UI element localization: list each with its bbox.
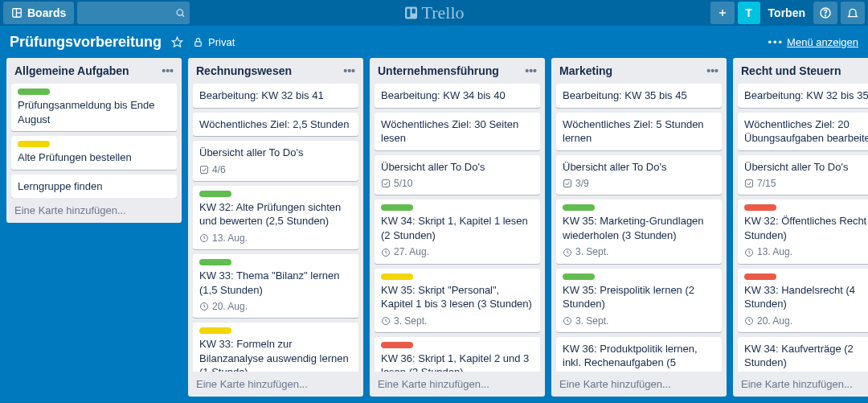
list: Allgemeine Aufgaben•••Prüfungsanmeldung …: [6, 58, 182, 223]
card[interactable]: KW 33: Formeln zur Bilanzanalyse auswend…: [193, 323, 358, 372]
card[interactable]: Wöchentliches Ziel: 20 Übungsaufgaben be…: [738, 113, 868, 150]
checklist-icon: [199, 165, 209, 175]
card[interactable]: KW 34: Kaufverträge (2 Stunden)27. Aug.: [738, 337, 868, 372]
add-card[interactable]: Eine Karte hinzufügen...: [733, 372, 868, 397]
card[interactable]: KW 35: Marketing-Grundlagen wiederholen …: [556, 199, 722, 263]
add-card[interactable]: Eine Karte hinzufügen...: [370, 372, 545, 397]
card[interactable]: Übersicht aller To Do's4/6: [193, 141, 358, 181]
card-label: [199, 327, 231, 334]
card-text: KW 36: Produktpolitik lernen, inkl. Rech…: [563, 342, 715, 372]
card[interactable]: Bearbeitung: KW 32 bis 41: [193, 84, 358, 108]
trello-logo-icon: [404, 6, 419, 20]
card[interactable]: Bearbeitung: KW 35 bis 45: [556, 84, 722, 108]
list-header[interactable]: Unternehmensführung•••: [370, 58, 545, 84]
list-header[interactable]: Rechnungswesen•••: [188, 58, 363, 84]
card-label: [18, 88, 50, 95]
board-privacy[interactable]: Privat: [193, 36, 235, 48]
notifications-button[interactable]: [841, 2, 865, 24]
star-icon[interactable]: [171, 36, 183, 48]
card-text: Lerngruppe finden: [18, 179, 170, 194]
card-text: KW 35: Marketing-Grundlagen wiederholen …: [563, 214, 715, 242]
card-text: Bearbeitung: KW 32 bis 41: [199, 88, 352, 103]
list-header[interactable]: Recht und Steuern•••: [733, 58, 868, 84]
clock-icon: [381, 248, 391, 257]
card[interactable]: Lerngruppe finden: [11, 175, 177, 199]
card[interactable]: KW 36: Skript 1, Kapitel 2 und 3 lesen (…: [375, 337, 540, 372]
avatar-initial: T: [745, 6, 752, 19]
card-text: KW 32: Alte Prüfungen sichten und bewert…: [199, 200, 352, 228]
add-card[interactable]: Eine Karte hinzufügen...: [188, 372, 363, 397]
card[interactable]: KW 32: Alte Prüfungen sichten und bewert…: [193, 186, 358, 249]
card-text: KW 36: Skript 1, Kapitel 2 und 3 lesen (…: [381, 352, 534, 372]
card[interactable]: Alte Prüfungen bestellen: [11, 136, 177, 170]
clock-icon: [199, 233, 209, 243]
card-badges: 13. Aug.: [199, 232, 352, 245]
username[interactable]: Torben: [764, 6, 810, 19]
boards-button[interactable]: Boards: [3, 2, 74, 24]
card[interactable]: KW 33: Handelsrecht (4 Stunden)20. Aug.: [738, 269, 868, 332]
list-menu-icon[interactable]: •••: [706, 64, 719, 77]
card[interactable]: KW 33: Thema "Bilanz" lernen (1,5 Stunde…: [193, 254, 358, 318]
checklist-count: 7/15: [757, 177, 776, 190]
due-date: 20. Aug.: [757, 315, 792, 327]
list-title: Marketing: [559, 64, 612, 77]
checklist-count: 3/9: [575, 177, 589, 190]
card[interactable]: Übersicht aller To Do's7/15: [738, 155, 868, 195]
card[interactable]: KW 36: Produktpolitik lernen, inkl. Rech…: [556, 337, 722, 372]
card[interactable]: Wöchentliches Ziel: 30 Seiten lesen: [375, 113, 540, 150]
logo[interactable]: Trello: [404, 2, 465, 23]
card[interactable]: KW 35: Skript "Personal", Kapitel 1 bis …: [375, 269, 540, 332]
card-text: Prüfungsanmeldung bis Ende August: [18, 98, 170, 126]
card-text: KW 33: Handelsrecht (4 Stunden): [744, 283, 868, 311]
add-card[interactable]: Eine Karte hinzufügen...: [6, 198, 182, 223]
list-menu-icon[interactable]: •••: [525, 64, 537, 77]
card-text: KW 33: Formeln zur Bilanzanalyse auswend…: [199, 337, 352, 372]
due-date: 13. Aug.: [757, 245, 792, 258]
help-button[interactable]: [813, 2, 837, 24]
add-card[interactable]: Eine Karte hinzufügen...: [551, 372, 727, 397]
card-label: [199, 259, 231, 265]
card[interactable]: Bearbeitung: KW 34 bis 40: [375, 84, 540, 108]
list-title: Recht und Steuern: [741, 64, 841, 77]
list-header[interactable]: Marketing•••: [551, 58, 727, 84]
svg-rect-7: [412, 9, 416, 14]
svg-rect-18: [383, 180, 390, 187]
svg-point-11: [825, 15, 825, 16]
card[interactable]: KW 34: Skript 1, Kapitel 1 lesen (2 Stun…: [375, 199, 540, 263]
avatar[interactable]: T: [738, 2, 760, 24]
list: Recht und Steuern•••Bearbeitung: KW 32 b…: [733, 58, 868, 397]
card-text: KW 34: Kaufverträge (2 Stunden): [744, 342, 868, 370]
svg-rect-6: [407, 9, 410, 18]
card[interactable]: KW 35: Preispolitik lernen (2 Stunden)3.…: [556, 269, 722, 332]
card-text: Übersicht aller To Do's: [199, 146, 352, 160]
board: Allgemeine Aufgaben•••Prüfungsanmeldung …: [0, 58, 868, 403]
list-header[interactable]: Allgemeine Aufgaben•••: [6, 58, 182, 84]
card[interactable]: Prüfungsanmeldung bis Ende August: [11, 84, 177, 131]
due-date: 3. Sept.: [575, 245, 608, 258]
list-menu-icon[interactable]: •••: [343, 64, 355, 77]
svg-line-4: [182, 14, 183, 16]
clock-icon: [744, 248, 754, 257]
svg-point-3: [177, 10, 182, 15]
clock-icon: [381, 316, 391, 326]
card-label: [199, 191, 231, 197]
card[interactable]: KW 32: Öffentliches Recht (3 Stunden)13.…: [738, 199, 868, 263]
search-box[interactable]: [77, 2, 190, 24]
card-label: [744, 273, 776, 280]
card[interactable]: Wöchentliches Ziel: 5 Stunden lernen: [556, 113, 722, 150]
search-input[interactable]: [82, 7, 174, 19]
card-badges: 20. Aug.: [199, 300, 352, 313]
card[interactable]: Übersicht aller To Do's5/10: [375, 155, 540, 195]
menu-link-text: Menü anzeigen: [787, 36, 858, 48]
card-text: Übersicht aller To Do's: [381, 160, 534, 175]
card[interactable]: Wöchentliches Ziel: 2,5 Stunden: [193, 113, 358, 137]
list-menu-icon[interactable]: •••: [162, 64, 174, 77]
checklist-icon: [563, 179, 572, 188]
card[interactable]: Bearbeitung: KW 32 bis 35: [738, 84, 868, 108]
svg-rect-26: [746, 180, 753, 187]
board-menu-link[interactable]: ••• Menü anzeigen: [768, 36, 858, 48]
card[interactable]: Übersicht aller To Do's3/9: [556, 155, 722, 195]
add-button[interactable]: [710, 2, 735, 24]
list-cards: Bearbeitung: KW 32 bis 41Wöchentliches Z…: [188, 84, 363, 372]
board-title[interactable]: Prüfungsvorbereitung: [10, 34, 162, 51]
